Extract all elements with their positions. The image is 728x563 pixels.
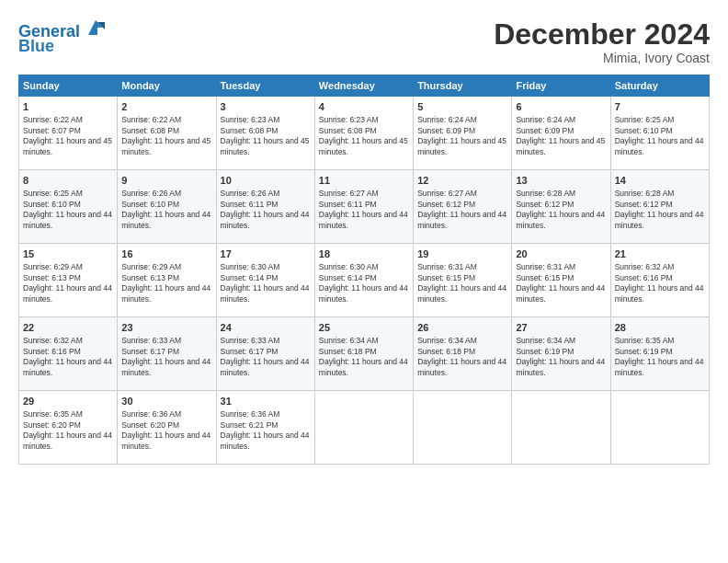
calendar-cell: 5Sunrise: 6:24 AMSunset: 6:09 PMDaylight… bbox=[414, 97, 512, 170]
day-number: 26 bbox=[417, 321, 507, 334]
calendar-cell: 8Sunrise: 6:25 AMSunset: 6:10 PMDaylight… bbox=[19, 170, 118, 244]
day-info: Sunrise: 6:31 AMSunset: 6:15 PMDaylight:… bbox=[417, 262, 507, 304]
day-info: Sunrise: 6:28 AMSunset: 6:12 PMDaylight:… bbox=[615, 189, 705, 231]
calendar-cell: 2Sunrise: 6:22 AMSunset: 6:08 PMDaylight… bbox=[118, 97, 216, 170]
day-number: 6 bbox=[516, 100, 606, 113]
day-info: Sunrise: 6:35 AMSunset: 6:19 PMDaylight:… bbox=[615, 336, 705, 378]
day-number: 16 bbox=[121, 247, 211, 260]
day-number: 21 bbox=[615, 247, 705, 260]
day-number: 31 bbox=[221, 395, 311, 408]
day-info: Sunrise: 6:30 AMSunset: 6:14 PMDaylight:… bbox=[221, 262, 311, 304]
day-info: Sunrise: 6:34 AMSunset: 6:18 PMDaylight:… bbox=[319, 336, 409, 378]
day-number: 13 bbox=[516, 174, 606, 187]
day-info: Sunrise: 6:29 AMSunset: 6:13 PMDaylight:… bbox=[121, 262, 211, 304]
calendar-cell: 19Sunrise: 6:31 AMSunset: 6:15 PMDayligh… bbox=[414, 244, 512, 317]
month-title: December 2024 bbox=[494, 18, 710, 51]
calendar-cell: 30Sunrise: 6:36 AMSunset: 6:20 PMDayligh… bbox=[118, 391, 216, 465]
calendar-cell: 20Sunrise: 6:31 AMSunset: 6:15 PMDayligh… bbox=[512, 244, 610, 317]
day-number: 19 bbox=[417, 247, 507, 260]
calendar-cell: 11Sunrise: 6:27 AMSunset: 6:11 PMDayligh… bbox=[314, 170, 413, 244]
calendar-cell bbox=[610, 391, 709, 465]
weekday-header-friday: Friday bbox=[512, 75, 610, 97]
day-number: 23 bbox=[121, 321, 211, 334]
logo-icon bbox=[86, 18, 105, 37]
day-number: 27 bbox=[516, 321, 606, 334]
header: General Blue December 2024 Mimia, Ivory … bbox=[18, 18, 710, 65]
title-block: December 2024 Mimia, Ivory Coast bbox=[494, 18, 710, 65]
day-number: 14 bbox=[615, 174, 705, 187]
day-info: Sunrise: 6:33 AMSunset: 6:17 PMDaylight:… bbox=[221, 336, 311, 378]
calendar-cell: 22Sunrise: 6:32 AMSunset: 6:16 PMDayligh… bbox=[19, 317, 118, 391]
day-info: Sunrise: 6:22 AMSunset: 6:07 PMDaylight:… bbox=[23, 115, 113, 157]
calendar-cell: 17Sunrise: 6:30 AMSunset: 6:14 PMDayligh… bbox=[216, 244, 314, 317]
day-info: Sunrise: 6:34 AMSunset: 6:18 PMDaylight:… bbox=[417, 336, 507, 378]
day-info: Sunrise: 6:27 AMSunset: 6:12 PMDaylight:… bbox=[417, 189, 507, 231]
day-number: 20 bbox=[516, 247, 606, 260]
day-number: 5 bbox=[417, 100, 507, 113]
day-number: 2 bbox=[121, 100, 211, 113]
day-info: Sunrise: 6:30 AMSunset: 6:14 PMDaylight:… bbox=[319, 262, 409, 304]
day-info: Sunrise: 6:26 AMSunset: 6:11 PMDaylight:… bbox=[221, 189, 311, 231]
calendar-cell bbox=[414, 391, 512, 465]
day-info: Sunrise: 6:23 AMSunset: 6:08 PMDaylight:… bbox=[319, 115, 409, 157]
calendar-cell: 1Sunrise: 6:22 AMSunset: 6:07 PMDaylight… bbox=[19, 97, 118, 170]
calendar-cell: 28Sunrise: 6:35 AMSunset: 6:19 PMDayligh… bbox=[610, 317, 709, 391]
day-info: Sunrise: 6:27 AMSunset: 6:11 PMDaylight:… bbox=[319, 189, 409, 231]
weekday-header-tuesday: Tuesday bbox=[216, 75, 314, 97]
day-info: Sunrise: 6:33 AMSunset: 6:17 PMDaylight:… bbox=[121, 336, 211, 378]
day-info: Sunrise: 6:25 AMSunset: 6:10 PMDaylight:… bbox=[23, 189, 113, 231]
day-number: 1 bbox=[23, 100, 113, 113]
day-info: Sunrise: 6:25 AMSunset: 6:10 PMDaylight:… bbox=[615, 115, 705, 157]
weekday-header-wednesday: Wednesday bbox=[314, 75, 413, 97]
day-info: Sunrise: 6:35 AMSunset: 6:20 PMDaylight:… bbox=[23, 409, 113, 452]
calendar-cell: 24Sunrise: 6:33 AMSunset: 6:17 PMDayligh… bbox=[216, 317, 314, 391]
calendar-cell bbox=[512, 391, 610, 465]
calendar-cell: 13Sunrise: 6:28 AMSunset: 6:12 PMDayligh… bbox=[512, 170, 610, 244]
weekday-header-thursday: Thursday bbox=[414, 75, 512, 97]
calendar-cell: 4Sunrise: 6:23 AMSunset: 6:08 PMDaylight… bbox=[314, 97, 413, 170]
page: General Blue December 2024 Mimia, Ivory … bbox=[0, 0, 728, 563]
day-number: 4 bbox=[319, 100, 409, 113]
weekday-header-saturday: Saturday bbox=[610, 75, 709, 97]
calendar-cell: 18Sunrise: 6:30 AMSunset: 6:14 PMDayligh… bbox=[314, 244, 413, 317]
day-info: Sunrise: 6:29 AMSunset: 6:13 PMDaylight:… bbox=[23, 262, 113, 304]
day-info: Sunrise: 6:28 AMSunset: 6:12 PMDaylight:… bbox=[516, 189, 606, 231]
calendar-cell: 6Sunrise: 6:24 AMSunset: 6:09 PMDaylight… bbox=[512, 97, 610, 170]
day-info: Sunrise: 6:26 AMSunset: 6:10 PMDaylight:… bbox=[121, 189, 211, 231]
day-number: 8 bbox=[23, 174, 113, 187]
calendar-cell: 10Sunrise: 6:26 AMSunset: 6:11 PMDayligh… bbox=[216, 170, 314, 244]
day-number: 22 bbox=[23, 321, 113, 334]
day-number: 7 bbox=[615, 100, 705, 113]
day-number: 9 bbox=[121, 174, 211, 187]
day-info: Sunrise: 6:34 AMSunset: 6:19 PMDaylight:… bbox=[516, 336, 606, 378]
calendar-cell: 3Sunrise: 6:23 AMSunset: 6:08 PMDaylight… bbox=[216, 97, 314, 170]
day-number: 15 bbox=[23, 247, 113, 260]
day-number: 29 bbox=[23, 395, 113, 408]
day-info: Sunrise: 6:32 AMSunset: 6:16 PMDaylight:… bbox=[615, 262, 705, 304]
day-info: Sunrise: 6:24 AMSunset: 6:09 PMDaylight:… bbox=[417, 115, 507, 157]
day-number: 28 bbox=[615, 321, 705, 334]
day-number: 18 bbox=[319, 247, 409, 260]
calendar-cell: 29Sunrise: 6:35 AMSunset: 6:20 PMDayligh… bbox=[19, 391, 118, 465]
calendar-cell: 23Sunrise: 6:33 AMSunset: 6:17 PMDayligh… bbox=[118, 317, 216, 391]
calendar-cell: 25Sunrise: 6:34 AMSunset: 6:18 PMDayligh… bbox=[314, 317, 413, 391]
day-number: 10 bbox=[221, 174, 311, 187]
calendar-cell: 9Sunrise: 6:26 AMSunset: 6:10 PMDaylight… bbox=[118, 170, 216, 244]
day-number: 3 bbox=[221, 100, 311, 113]
calendar-cell: 7Sunrise: 6:25 AMSunset: 6:10 PMDaylight… bbox=[610, 97, 709, 170]
calendar-cell: 12Sunrise: 6:27 AMSunset: 6:12 PMDayligh… bbox=[414, 170, 512, 244]
day-info: Sunrise: 6:32 AMSunset: 6:16 PMDaylight:… bbox=[23, 336, 113, 378]
calendar-cell: 15Sunrise: 6:29 AMSunset: 6:13 PMDayligh… bbox=[19, 244, 118, 317]
day-info: Sunrise: 6:23 AMSunset: 6:08 PMDaylight:… bbox=[221, 115, 311, 157]
calendar-cell bbox=[314, 391, 413, 465]
day-info: Sunrise: 6:36 AMSunset: 6:21 PMDaylight:… bbox=[221, 409, 311, 452]
day-number: 30 bbox=[121, 395, 211, 408]
calendar-cell: 21Sunrise: 6:32 AMSunset: 6:16 PMDayligh… bbox=[610, 244, 709, 317]
calendar-cell: 27Sunrise: 6:34 AMSunset: 6:19 PMDayligh… bbox=[512, 317, 610, 391]
calendar: SundayMondayTuesdayWednesdayThursdayFrid… bbox=[18, 75, 710, 465]
day-number: 24 bbox=[221, 321, 311, 334]
calendar-cell: 16Sunrise: 6:29 AMSunset: 6:13 PMDayligh… bbox=[118, 244, 216, 317]
day-number: 25 bbox=[319, 321, 409, 334]
logo: General Blue bbox=[18, 18, 105, 56]
day-info: Sunrise: 6:36 AMSunset: 6:20 PMDaylight:… bbox=[121, 409, 211, 452]
